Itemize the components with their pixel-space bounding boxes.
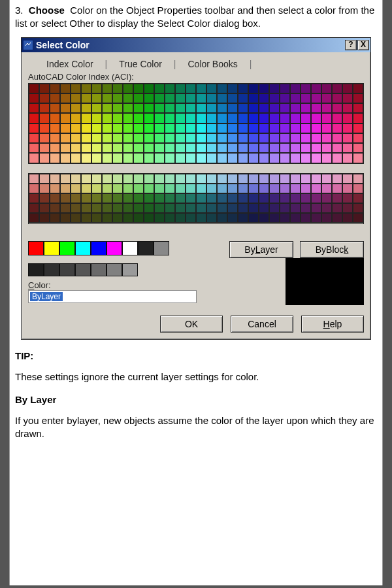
aci-tint-swatch[interactable] (269, 193, 280, 203)
aci-swatch[interactable] (112, 123, 123, 133)
byblock-button[interactable]: ByBlock (300, 241, 364, 258)
aci-tint-swatch[interactable] (144, 203, 154, 213)
aci-tint-swatch[interactable] (175, 174, 186, 184)
aci-tint-swatch[interactable] (175, 203, 186, 213)
aci-tint-swatch[interactable] (301, 213, 311, 223)
standard-swatch[interactable] (122, 241, 138, 255)
gray-swatch[interactable] (106, 263, 122, 276)
aci-swatch[interactable] (248, 113, 259, 123)
aci-tint-swatch[interactable] (217, 184, 227, 193)
aci-tint-swatch[interactable] (206, 213, 217, 223)
aci-swatch[interactable] (227, 143, 238, 153)
aci-swatch[interactable] (60, 84, 71, 93)
aci-tint-swatch[interactable] (196, 203, 206, 213)
aci-swatch[interactable] (227, 123, 238, 133)
aci-swatch[interactable] (259, 133, 269, 143)
aci-tint-swatch[interactable] (238, 203, 248, 213)
aci-swatch[interactable] (154, 133, 165, 143)
aci-tint-swatch[interactable] (259, 193, 269, 203)
help-icon[interactable]: ? (345, 40, 357, 50)
aci-swatch[interactable] (290, 113, 301, 123)
aci-tint-swatch[interactable] (175, 213, 186, 223)
aci-tint-swatch[interactable] (248, 213, 259, 223)
aci-swatch[interactable] (81, 153, 91, 163)
aci-swatch[interactable] (123, 133, 133, 143)
aci-swatch[interactable] (290, 84, 301, 93)
aci-tint-swatch[interactable] (301, 193, 311, 203)
standard-swatch[interactable] (91, 241, 106, 255)
aci-swatch[interactable] (123, 153, 133, 163)
aci-swatch[interactable] (123, 103, 133, 113)
aci-swatch[interactable] (280, 133, 290, 143)
standard-swatch[interactable] (44, 241, 59, 255)
aci-tint-swatch[interactable] (29, 184, 39, 193)
aci-tint-swatch[interactable] (133, 193, 144, 203)
aci-swatch[interactable] (39, 133, 50, 143)
aci-tint-swatch[interactable] (290, 174, 301, 184)
aci-tint-swatch[interactable] (321, 193, 332, 203)
aci-swatch[interactable] (206, 103, 217, 113)
aci-swatch[interactable] (269, 113, 280, 123)
aci-swatch[interactable] (60, 123, 71, 133)
aci-swatch[interactable] (102, 153, 112, 163)
aci-swatch[interactable] (301, 123, 311, 133)
aci-tint-swatch[interactable] (165, 203, 175, 213)
aci-swatch[interactable] (71, 123, 81, 133)
aci-swatch[interactable] (102, 133, 112, 143)
aci-swatch[interactable] (196, 153, 206, 163)
aci-swatch[interactable] (280, 153, 290, 163)
aci-swatch[interactable] (238, 143, 248, 153)
aci-tint-swatch[interactable] (227, 184, 238, 193)
ok-button[interactable]: OK (160, 316, 223, 333)
aci-swatch[interactable] (311, 103, 321, 113)
aci-tint-swatch[interactable] (50, 193, 60, 203)
aci-swatch[interactable] (60, 133, 71, 143)
aci-swatch[interactable] (133, 143, 144, 153)
aci-tint-swatch[interactable] (321, 174, 332, 184)
aci-swatch[interactable] (217, 133, 227, 143)
aci-swatch[interactable] (112, 84, 123, 93)
aci-swatch[interactable] (248, 123, 259, 133)
gray-swatch[interactable] (122, 263, 138, 276)
aci-swatch[interactable] (217, 93, 227, 103)
aci-swatch[interactable] (321, 93, 332, 103)
aci-tint-swatch[interactable] (311, 193, 321, 203)
close-icon[interactable]: X (357, 40, 369, 50)
titlebar[interactable]: Select Color ? X (22, 38, 370, 52)
aci-swatch[interactable] (50, 153, 60, 163)
aci-swatch[interactable] (175, 103, 186, 113)
aci-swatch[interactable] (217, 103, 227, 113)
aci-swatch[interactable] (144, 93, 154, 103)
aci-swatch[interactable] (175, 123, 186, 133)
aci-tint-swatch[interactable] (259, 203, 269, 213)
aci-swatch[interactable] (186, 143, 196, 153)
aci-swatch[interactable] (342, 84, 353, 93)
aci-swatch[interactable] (81, 93, 91, 103)
aci-tint-swatch[interactable] (196, 213, 206, 223)
aci-swatch[interactable] (144, 123, 154, 133)
aci-swatch[interactable] (91, 133, 102, 143)
aci-swatch[interactable] (133, 93, 144, 103)
aci-swatch[interactable] (342, 93, 353, 103)
aci-tint-swatch[interactable] (269, 203, 280, 213)
aci-swatch[interactable] (301, 143, 311, 153)
aci-tint-swatch[interactable] (123, 213, 133, 223)
aci-tint-swatch[interactable] (154, 174, 165, 184)
aci-swatch[interactable] (29, 153, 39, 163)
aci-swatch[interactable] (81, 123, 91, 133)
aci-swatch[interactable] (175, 133, 186, 143)
aci-swatch[interactable] (186, 113, 196, 123)
aci-swatch[interactable] (217, 123, 227, 133)
aci-tint-swatch[interactable] (133, 213, 144, 223)
aci-swatch[interactable] (206, 113, 217, 123)
aci-swatch[interactable] (144, 153, 154, 163)
aci-tint-swatch[interactable] (91, 193, 102, 203)
aci-swatch[interactable] (175, 143, 186, 153)
aci-swatch[interactable] (175, 93, 186, 103)
gray-swatch[interactable] (59, 263, 75, 276)
aci-tint-swatch[interactable] (81, 213, 91, 223)
aci-swatch[interactable] (227, 103, 238, 113)
aci-swatch[interactable] (227, 133, 238, 143)
standard-swatch[interactable] (154, 241, 169, 255)
aci-swatch[interactable] (332, 93, 342, 103)
